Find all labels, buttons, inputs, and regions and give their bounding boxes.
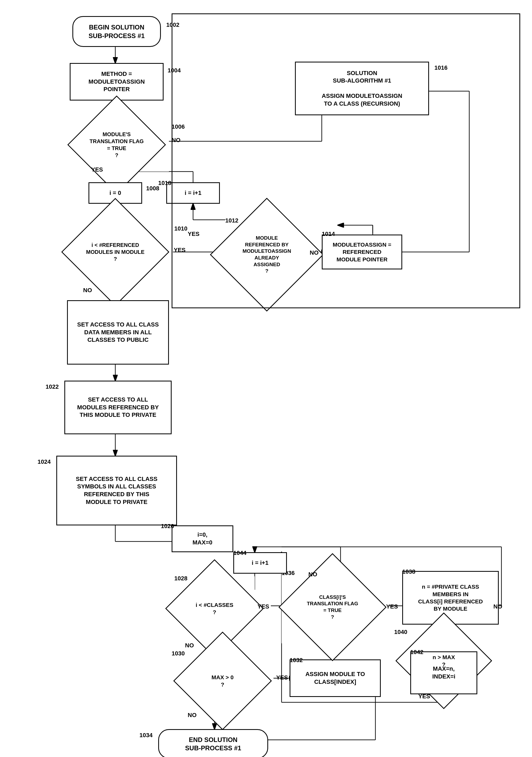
max-gt-zero-diamond: MAX > 0 ? [172,651,273,711]
solution-sub-alg-node: SOLUTION SUB-ALGORITHM #1 ASSIGN MODULET… [295,62,429,115]
end-label: END SOLUTION SUB-PROCESS #1 [183,733,243,754]
i-zero-label: i = 0 [107,187,123,199]
label-1002: 1002 [166,21,179,28]
no-i-less-classes: NO [185,642,194,649]
i-zero-max-zero-node: i=0, MAX=0 [172,526,233,552]
label-1028: 1028 [174,575,187,582]
assign-module-node: ASSIGN MODULE TO CLASS[INDEX] [290,659,381,697]
start-node: BEGIN SOLUTION SUB-PROCESS #1 [73,16,161,47]
label-1008: 1008 [146,185,159,192]
yes-class-trans: YES [386,603,398,610]
solution-sub-alg-label: SOLUTION SUB-ALGORITHM #1 ASSIGN MODULET… [320,67,404,110]
yes-max-gt-zero: YES [276,674,288,681]
moduletoassign-eq-label: MODULETOASSIGN = REFERENCED MODULE POINT… [330,239,393,265]
label-1030: 1030 [172,650,185,657]
no-class-trans: NO [308,571,317,578]
i-less-modules-diamond: i < #REFERENCED MODULES IN MODULE ? [58,220,173,284]
label-1038: 1038 [402,568,415,575]
flowchart-diagram: BEGIN SOLUTION SUB-PROCESS #1 1002 METHO… [0,0,532,757]
label-1024: 1024 [38,458,51,465]
i-plus-plus-node: i = i+1 [166,182,220,204]
translation-flag-diamond: MODULE'S TRANSLATION FLAG = TRUE ? [64,118,169,171]
label-1034: 1034 [140,732,153,739]
label-1014: 1014 [322,230,335,237]
label-1018: 1018 [158,180,172,187]
assign-module-label: ASSIGN MODULE TO CLASS[INDEX] [303,668,367,688]
set-access-public-node: SET ACCESS TO ALL CLASS DATA MEMBERS IN … [67,300,169,365]
set-access-private-label: SET ACCESS TO ALL MODULES REFERENCED BY … [75,394,161,421]
n-private-label: n = #PRIVATE CLASS MEMBERS IN CLASS[i] R… [416,581,485,614]
label-1006: 1006 [172,123,185,130]
label-1032: 1032 [290,657,303,664]
i-less-classes-label: i < #CLASSES ? [196,601,234,616]
end-node: END SOLUTION SUB-PROCESS #1 [158,729,268,757]
set-access-private-node: SET ACCESS TO ALL MODULES REFERENCED BY … [64,381,172,434]
yes-i-less-classes: YES [257,603,269,610]
no-module-ref: NO [310,249,319,256]
method-node: METHOD = MODULETOASSIGN POINTER [70,63,164,101]
n-gt-max-label: n > MAX ? [432,653,455,668]
yes-module-ref: YES [188,230,200,237]
no-max-gt-zero: NO [188,712,197,719]
label-1040: 1040 [394,629,407,636]
set-access-symbols-node: SET ACCESS TO ALL CLASS SYMBOLS IN ALL C… [56,456,177,526]
label-1026: 1026 [161,523,174,530]
i-plus-plus-label: i = i+1 [183,187,203,199]
i-plus-plus2-label: i = i+1 [250,557,270,569]
module-referenced-label: MODULE REFERENCED BY MODULETOASSIGN ALRE… [242,235,291,275]
label-1044: 1044 [233,550,246,557]
start-label: BEGIN SOLUTION SUB-PROCESS #1 [86,21,147,42]
module-referenced-diamond: MODULE REFERENCED BY MODULETOASSIGN ALRE… [225,214,308,295]
i-less-classes-diamond: i < #CLASSES ? [174,576,255,641]
no-n-gt-max: NO [493,603,502,610]
i-less-modules-label: i < #REFERENCED MODULES IN MODULE ? [86,242,144,262]
label-1004: 1004 [168,67,181,74]
no-translation: NO [172,137,180,144]
label-1010: 1010 [174,225,187,232]
label-1022: 1022 [46,383,59,390]
label-1042: 1042 [410,649,423,656]
class-translation-diamond: CLASS[i]'S TRANSLATION FLAG = TRUE ? [282,571,384,643]
yes-translation: YES [91,166,103,173]
i-zero-max-zero-label: i=0, MAX=0 [190,529,214,548]
set-access-public-label: SET ACCESS TO ALL CLASS DATA MEMBERS IN … [75,319,161,346]
label-1012: 1012 [225,217,238,224]
class-translation-label: CLASS[i]'S TRANSLATION FLAG = TRUE ? [307,594,358,621]
label-1016: 1016 [434,64,448,71]
set-access-symbols-label: SET ACCESS TO ALL CLASS SYMBOLS IN ALL C… [74,473,160,508]
moduletoassign-eq-node: MODULETOASSIGN = REFERENCED MODULE POINT… [322,234,402,269]
method-label: METHOD = MODULETOASSIGN POINTER [86,68,147,95]
max-gt-zero-label: MAX > 0 ? [211,674,234,688]
translation-flag-label: MODULE'S TRANSLATION FLAG = TRUE ? [90,131,144,159]
yes-i-less: YES [174,247,186,254]
n-private-node: n = #PRIVATE CLASS MEMBERS IN CLASS[i] R… [402,571,499,624]
no-i-less: NO [83,287,92,294]
